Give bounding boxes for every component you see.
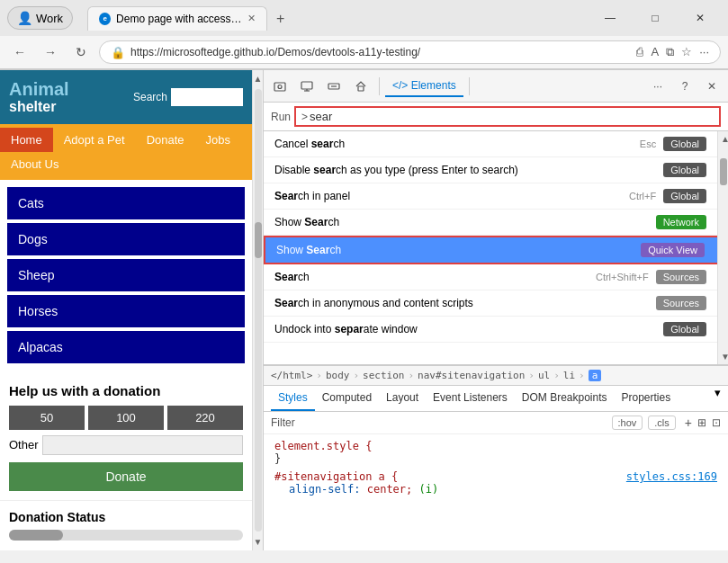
donation-amounts: 50 100 220 xyxy=(9,406,243,430)
cmd-badge-sources[interactable]: Sources xyxy=(656,270,706,284)
toolbar-separator-2 xyxy=(469,77,470,95)
minimize-button[interactable]: — xyxy=(589,5,631,31)
list-item[interactable]: Dogs xyxy=(7,223,245,255)
dom-tag-li[interactable]: li xyxy=(563,370,575,381)
list-item[interactable]: Sheep xyxy=(7,259,245,291)
toggle-element-state-icon[interactable]: ⊡ xyxy=(712,416,721,429)
maximize-button[interactable]: □ xyxy=(634,5,676,31)
add-style-rule-icon[interactable]: + xyxy=(685,416,692,430)
cmd-scroll-down[interactable]: ▼ xyxy=(718,349,728,364)
cmd-badge-network[interactable]: Network xyxy=(656,215,706,229)
screenshot-icon[interactable] xyxy=(267,74,292,99)
cmd-badge-global[interactable]: Global xyxy=(663,137,706,151)
cmd-badge-global-2[interactable]: Global xyxy=(663,322,706,336)
nav-item-donate[interactable]: Donate xyxy=(136,128,195,152)
active-tab[interactable]: e Demo page with accessibility iss ✕ xyxy=(87,6,267,31)
help-icon[interactable]: ? xyxy=(672,74,697,99)
star-icon[interactable]: ☆ xyxy=(681,45,692,59)
tab-event-listeners[interactable]: Event Listeners xyxy=(426,386,515,411)
cmd-item-disable-search[interactable]: Disable search as you type (press Enter … xyxy=(264,157,728,183)
search-input[interactable] xyxy=(171,88,243,106)
donation-progress-thumb xyxy=(9,530,63,541)
back-button[interactable]: ← xyxy=(7,40,32,65)
devtools-close-icon[interactable]: ✕ xyxy=(699,74,724,99)
tab-dom-breakpoints[interactable]: DOM Breakpoints xyxy=(515,386,615,411)
workspace-button[interactable]: 👤 Work xyxy=(7,6,73,30)
command-search-bar: Run > sear xyxy=(264,103,728,131)
cmd-item-search-anon[interactable]: Search in anonymous and content scripts … xyxy=(264,290,728,317)
list-item[interactable]: Horses xyxy=(7,295,245,327)
command-input-box[interactable]: > sear xyxy=(294,106,721,127)
new-tab-button[interactable]: + xyxy=(267,7,293,31)
cmd-shortcut: Ctrl+Shift+F xyxy=(596,272,649,282)
collection-icon[interactable]: ⧉ xyxy=(666,45,674,59)
cmd-badge-sources-2[interactable]: Sources xyxy=(656,296,706,310)
breadcrumb-separator: › xyxy=(528,370,535,381)
cmd-scroll-thumb[interactable] xyxy=(720,158,727,185)
cmd-text: Search in anonymous and content scripts xyxy=(274,297,649,309)
cmd-item-undock[interactable]: Undock into separate window Global xyxy=(264,317,728,343)
screencast-icon[interactable] xyxy=(294,74,319,99)
url-box[interactable]: 🔒 https://microsoftedge.github.io/Demos/… xyxy=(99,40,721,64)
donation-progress-bar xyxy=(9,530,243,541)
amount-50[interactable]: 50 xyxy=(9,406,85,430)
css-source-link[interactable]: styles.css:169 xyxy=(626,470,717,483)
donation-status: Donation Status xyxy=(0,500,252,550)
cmd-badge-quickview[interactable]: Quick View xyxy=(641,243,705,257)
cmd-item-search-in-panel[interactable]: Search in panel Ctrl+F Global xyxy=(264,183,728,210)
cmd-text: Show Search xyxy=(274,216,649,228)
breadcrumb-icon[interactable] xyxy=(321,74,346,99)
close-button[interactable]: ✕ xyxy=(679,5,721,31)
donate-button[interactable]: Donate xyxy=(9,462,243,491)
dom-tag-html[interactable]: </html> xyxy=(271,370,312,381)
more-icon[interactable]: ··· xyxy=(699,45,709,59)
cmd-badge-global[interactable]: Global xyxy=(663,163,706,177)
amount-220[interactable]: 220 xyxy=(167,406,243,430)
toolbar-right-actions: ··· ? ✕ xyxy=(645,74,724,99)
cls-filter-button[interactable]: .cls xyxy=(648,416,676,430)
elements-tab-label: </> Elements xyxy=(392,79,456,92)
share-icon[interactable]: ⎙ xyxy=(636,45,643,59)
nav-item-about[interactable]: About Us xyxy=(0,152,69,176)
other-input[interactable] xyxy=(42,435,243,455)
website-container: Animal shelter Search Home Adopt a Pet D… xyxy=(0,70,263,550)
logo-line1: Animal xyxy=(9,79,69,99)
svg-rect-0 xyxy=(274,83,285,91)
cmd-shortcut: Esc xyxy=(640,139,656,149)
list-item[interactable]: Alpacas xyxy=(7,331,245,363)
dom-tag-a[interactable]: a xyxy=(589,370,602,381)
tab-elements[interactable]: </> Elements xyxy=(385,76,463,97)
scroll-thumb[interactable] xyxy=(255,222,262,258)
cmd-item-search-sources[interactable]: Search Ctrl+Shift+F Sources xyxy=(264,264,728,290)
more-options-icon[interactable]: ··· xyxy=(645,74,670,99)
run-label: Run xyxy=(271,111,291,123)
amount-100[interactable]: 100 xyxy=(88,406,164,430)
home-icon[interactable] xyxy=(348,74,373,99)
tab-layout[interactable]: Layout xyxy=(379,386,426,411)
nav-item-adopt[interactable]: Adopt a Pet xyxy=(53,128,136,152)
tab-computed[interactable]: Computed xyxy=(315,386,379,411)
hov-filter-button[interactable]: :hov xyxy=(612,416,643,430)
cmd-badge-global[interactable]: Global xyxy=(663,189,706,203)
dom-tag-section[interactable]: section xyxy=(363,370,404,381)
list-item[interactable]: Cats xyxy=(7,187,245,219)
cmd-item-show-search-network[interactable]: Show Search Network xyxy=(264,210,728,236)
cmd-item-show-search-quickview[interactable]: Show Search Quick View xyxy=(264,236,728,264)
tab-properties[interactable]: Properties xyxy=(615,386,679,411)
forward-button[interactable]: → xyxy=(38,40,63,65)
nav-item-jobs[interactable]: Jobs xyxy=(195,128,241,152)
css-property-value: center; xyxy=(367,483,413,496)
tab-close-button[interactable]: ✕ xyxy=(247,13,256,24)
dom-tag-nav[interactable]: nav#sitenavigation xyxy=(418,370,525,381)
tab-styles[interactable]: Styles xyxy=(271,386,315,411)
reading-view-icon[interactable]: A xyxy=(651,45,659,59)
dom-tag-body[interactable]: body xyxy=(326,370,350,381)
dom-tag-ul[interactable]: ul xyxy=(538,370,550,381)
nav-item-home[interactable]: Home xyxy=(0,128,53,152)
cmd-item-cancel-search[interactable]: Cancel search Esc Global xyxy=(264,131,728,157)
command-list: ▲ ▼ Cancel search Esc Global Disable sea… xyxy=(264,131,728,365)
cmd-scroll-up[interactable]: ▲ xyxy=(718,131,728,147)
new-style-rule-icon[interactable]: ⊞ xyxy=(697,416,706,429)
styles-more-icon[interactable]: ▾ xyxy=(715,386,721,411)
refresh-button[interactable]: ↻ xyxy=(68,40,94,65)
